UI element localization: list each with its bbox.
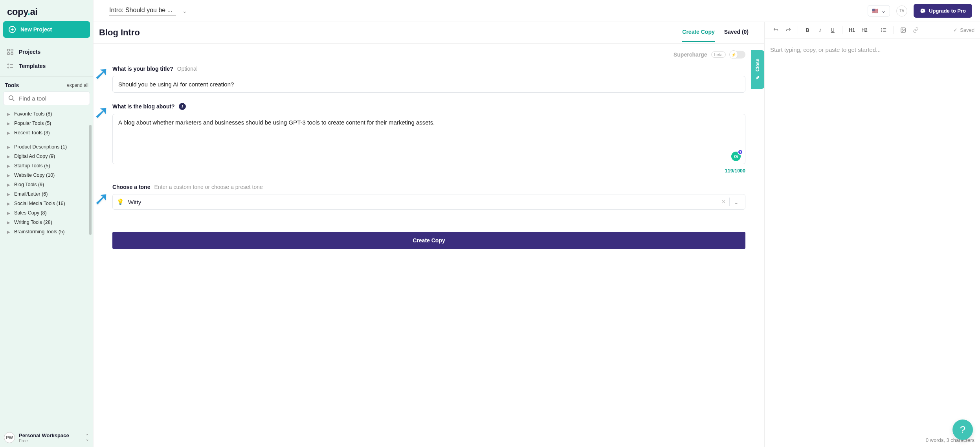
annotation-arrow: ➚ <box>94 188 109 209</box>
tool-search[interactable] <box>3 92 90 105</box>
tool-search-input[interactable] <box>19 95 85 102</box>
upgrade-button[interactable]: Upgrade to Pro <box>914 4 972 18</box>
clear-tone-button[interactable]: × <box>718 198 729 205</box>
tool-category[interactable]: ▶Digital Ad Copy (9) <box>0 152 93 161</box>
caret-right-icon: ▶ <box>7 164 10 168</box>
field-label-about: What is the blog about? <box>112 103 175 110</box>
sidebar: copy.ai + New Project Projects Templates <box>0 0 93 447</box>
info-icon[interactable]: i <box>179 103 186 110</box>
tool-category[interactable]: ▶Email/Letter (6) <box>0 189 93 199</box>
tool-category[interactable]: ▶Website Copy (10) <box>0 170 93 180</box>
caret-right-icon: ▶ <box>7 112 10 116</box>
svg-rect-3 <box>11 53 13 55</box>
topbar: Intro: Should you be ... ⌄ 🇺🇸 ⌄ TA Upgra… <box>94 0 980 22</box>
underline-button[interactable]: U <box>827 25 838 36</box>
expand-all-button[interactable]: expand all <box>67 82 88 88</box>
redo-button[interactable] <box>783 25 794 36</box>
tool-category[interactable]: ▶Recent Tools (3) <box>0 128 93 137</box>
beta-badge: beta <box>711 51 726 58</box>
h2-button[interactable]: H2 <box>859 25 870 36</box>
caret-right-icon: ▶ <box>7 173 10 178</box>
chevron-down-icon: ⌄ <box>881 8 886 14</box>
svg-point-14 <box>881 30 882 30</box>
workspace-name: Personal Workspace <box>19 432 81 438</box>
bolt-icon: ⚡ <box>729 50 738 59</box>
nav-templates[interactable]: Templates <box>0 59 93 73</box>
eraser-icon: ✐ <box>755 75 760 80</box>
workspace-plan: Free <box>19 438 81 443</box>
editor-panel: B I U H1 H2 ✓ Saved <box>765 22 980 447</box>
tool-category[interactable]: ▶Writing Tools (28) <box>0 218 93 227</box>
tone-select[interactable]: 💡 Witty × ⌄ <box>112 194 745 210</box>
bold-button[interactable]: B <box>802 25 813 36</box>
italic-button[interactable]: I <box>815 25 826 36</box>
svg-rect-2 <box>7 53 9 55</box>
editor-body[interactable]: Start typing, copy, or paste to get star… <box>765 38 980 433</box>
caret-right-icon: ▶ <box>7 202 10 206</box>
page-title: Blog Intro <box>99 27 140 43</box>
create-copy-button[interactable]: Create Copy <box>112 232 745 249</box>
caret-right-icon: ▶ <box>7 145 10 149</box>
editor-footer: 0 words, 3 characters <box>765 433 980 447</box>
chevron-down-icon[interactable]: ⌄ <box>730 198 741 206</box>
caret-right-icon: ▶ <box>7 121 10 126</box>
link-button[interactable] <box>910 25 921 36</box>
tool-category[interactable]: ▶Social Media Tools (16) <box>0 199 93 208</box>
tab-saved[interactable]: Saved (0) <box>724 29 749 42</box>
svg-point-13 <box>881 28 882 29</box>
search-icon <box>8 95 15 102</box>
tool-category[interactable]: ▶Startup Tools (5) <box>0 161 93 170</box>
tool-category[interactable]: ▶Blog Tools (9) <box>0 180 93 189</box>
scrollbar-thumb[interactable] <box>89 125 92 235</box>
saved-indicator: ✓ Saved <box>953 27 974 33</box>
svg-line-9 <box>13 99 14 101</box>
svg-point-15 <box>881 31 882 32</box>
tool-category[interactable]: ▶Brainstorming Tools (5) <box>0 227 93 236</box>
language-selector[interactable]: 🇺🇸 ⌄ <box>868 5 890 16</box>
field-label-tone: Choose a tone <box>112 184 150 190</box>
field-label-title: What is your blog title? <box>112 66 173 72</box>
image-button[interactable] <box>897 25 908 36</box>
nav-projects[interactable]: Projects <box>0 45 93 59</box>
grammarly-icon[interactable]: G1 <box>731 152 741 161</box>
form-panel: Blog Intro Create Copy Saved (0) Superch… <box>94 22 765 447</box>
svg-point-6 <box>8 67 9 68</box>
document-title[interactable]: Intro: Should you be ... <box>109 6 176 16</box>
tab-create-copy[interactable]: Create Copy <box>682 29 714 42</box>
nav-projects-label: Projects <box>19 49 40 55</box>
logo-suffix: ai <box>30 6 37 17</box>
grid-icon <box>7 49 13 55</box>
tool-category[interactable]: ▶Sales Copy (8) <box>0 208 93 218</box>
check-icon: ✓ <box>953 27 958 33</box>
help-button[interactable]: ? <box>952 420 973 440</box>
annotation-arrow: ➚ <box>94 101 109 123</box>
undo-button[interactable] <box>770 25 781 36</box>
avatar[interactable]: TA <box>896 5 907 16</box>
supercharge-toggle[interactable]: ⚡ <box>730 51 745 59</box>
tool-category[interactable]: ▶Favorite Tools (8) <box>0 109 93 119</box>
editor-toolbar: B I U H1 H2 ✓ Saved <box>765 22 980 38</box>
blog-about-textarea[interactable] <box>112 114 745 164</box>
workspace-switcher[interactable]: PW Personal Workspace Free ⌃⌄ <box>0 428 93 447</box>
list-button[interactable] <box>878 25 889 36</box>
tool-category[interactable]: ▶Popular Tools (5) <box>0 119 93 128</box>
flag-icon: 🇺🇸 <box>872 8 878 14</box>
badge-icon <box>920 8 926 14</box>
caret-right-icon: ▶ <box>7 192 10 196</box>
tool-category[interactable]: ▶Product Descriptions (1) <box>0 142 93 152</box>
svg-rect-1 <box>11 49 13 51</box>
blog-title-input[interactable] <box>112 76 745 93</box>
caret-right-icon: ▶ <box>7 211 10 215</box>
svg-rect-0 <box>7 49 9 51</box>
new-project-button[interactable]: + New Project <box>3 21 90 38</box>
tools-header: Tools <box>5 82 19 88</box>
h1-button[interactable]: H1 <box>846 25 857 36</box>
main: Intro: Should you be ... ⌄ 🇺🇸 ⌄ TA Upgra… <box>93 0 980 447</box>
annotation-arrow: ➚ <box>94 62 109 84</box>
grammarly-badge: 1 <box>738 149 743 155</box>
svg-point-4 <box>8 64 9 65</box>
supercharge-label: Supercharge <box>674 51 707 58</box>
tone-hint: Enter a custom tone or choose a preset t… <box>154 184 262 190</box>
close-panel-button[interactable]: ✐ Close <box>751 50 764 89</box>
chevron-down-icon[interactable]: ⌄ <box>182 8 187 14</box>
